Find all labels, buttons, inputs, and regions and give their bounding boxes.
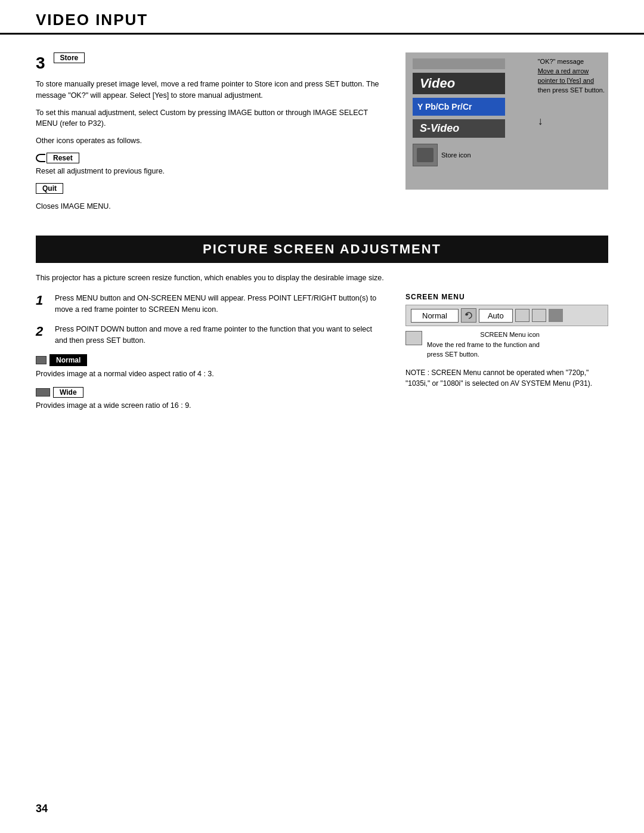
psa-step1: 1 Press MENU button and ON-SCREEN MENU w…: [36, 293, 382, 315]
normal-desc: Provides image at a normal video aspect …: [36, 368, 382, 380]
step3-text3: Other icons operates as follows.: [36, 135, 382, 147]
psa-step2: 2 Press POINT DOWN button and move a red…: [36, 324, 382, 346]
store-icon-label: Store icon: [441, 151, 471, 159]
normal-option-row: Normal: [36, 354, 382, 366]
psa-step1-text: Press MENU button and ON-SCREEN MENU wil…: [55, 293, 382, 315]
psa-right: SCREEN MENU Normal Auto SCREEN Menu icon: [405, 293, 608, 417]
quit-row: Quit: [36, 183, 382, 199]
step3-left: 3 Store To store manually preset image l…: [36, 52, 382, 218]
psa-step1-number: 1: [36, 293, 49, 315]
screen-icon-btn4: [549, 309, 563, 322]
screen-sub-icon: [405, 331, 422, 345]
move-desc-text: Move a red arrow: [538, 67, 605, 76]
page-title: VIDEO INPUT: [36, 11, 608, 29]
wide-button-label: Wide: [53, 387, 83, 398]
ypbcb-menu-item: Y Pb/Cb Pr/Cr: [413, 98, 505, 116]
screen-auto-btn: Auto: [479, 309, 513, 323]
step3-text1: To store manually preset image level, mo…: [36, 79, 382, 101]
psa-intro: This projector has a picture screen resi…: [36, 274, 608, 282]
page-number: 34: [36, 803, 48, 815]
psa-header: PICTURE SCREEN ADJUSTMENT: [36, 236, 608, 263]
screen-sub-row: SCREEN Menu icon Move the red frame to t…: [405, 331, 608, 359]
refresh-icon: [465, 312, 473, 319]
step3-section: 3 Store To store manually preset image l…: [36, 52, 608, 218]
psa-step2-number: 2: [36, 324, 49, 346]
quit-desc: Closes IMAGE MENU.: [36, 201, 382, 212]
top-bar: [413, 58, 505, 69]
reset-desc: Reset all adjustment to previous figure.: [36, 166, 382, 177]
down-arrow: ↓: [538, 113, 605, 129]
reset-button-label: Reset: [47, 153, 79, 163]
psa-left: 1 Press MENU button and ON-SCREEN MENU w…: [36, 293, 382, 417]
store-button-label: Store: [54, 52, 85, 63]
store-icon-box: [413, 144, 438, 166]
normal-icon: [36, 356, 47, 364]
store-icon-inner: [417, 148, 434, 162]
wide-desc: Provides image at a wide screen ratio of…: [36, 400, 382, 411]
move-underline: Move a red arrow: [538, 67, 589, 75]
page-header: VIDEO INPUT: [0, 0, 644, 35]
step3-annotations: "OK?" message Move a red arrow pointer t…: [538, 57, 605, 129]
screen-icon-label: SCREEN Menu icon: [427, 331, 540, 338]
store-icon-area: Store icon: [413, 144, 601, 166]
svideo-menu-item: S-Video: [413, 119, 505, 138]
step3-right: Video Y Pb/Cb Pr/Cr S-Video Store icon "…: [405, 52, 608, 218]
screen-icon-btn3: [532, 309, 546, 322]
screen-move-desc: Move the red frame to the function and p…: [427, 340, 540, 359]
normal-button-label: Normal: [49, 354, 87, 366]
main-content: 3 Store To store manually preset image l…: [0, 35, 644, 441]
psa-note: NOTE : SCREEN Menu cannot be operated wh…: [405, 367, 608, 389]
ok-message-text: "OK?" message: [538, 57, 605, 67]
video-menu-item: Video: [413, 73, 505, 94]
pointer-desc-text: pointer to [Yes] and: [538, 76, 605, 86]
screen-menu-bar: Normal Auto: [405, 305, 608, 326]
step3-number: 3: [36, 54, 45, 73]
screen-menu-label: SCREEN MENU: [405, 293, 608, 301]
screen-normal-btn: Normal: [411, 309, 459, 323]
quit-button-label: Quit: [36, 183, 63, 194]
psa-body: 1 Press MENU button and ON-SCREEN MENU w…: [36, 293, 608, 417]
screen-icon-btn1: [461, 308, 476, 323]
step3-image-panel: Video Y Pb/Cb Pr/Cr S-Video Store icon "…: [405, 52, 608, 190]
screen-icon-annotation: SCREEN Menu icon Move the red frame to t…: [427, 331, 540, 359]
screen-icon-btn2: [515, 309, 530, 322]
wide-option-row: Wide: [36, 387, 382, 398]
reset-row: Reset: [36, 153, 382, 163]
pointer-underline: pointer to [Yes] and: [538, 77, 594, 84]
wide-icon: [36, 388, 50, 397]
reset-icon: [36, 154, 45, 162]
then-desc-text: then press SET button.: [538, 86, 605, 95]
psa-step2-text: Press POINT DOWN button and move a red f…: [55, 324, 382, 346]
step3-text2: To set this manual adjustment, select Cu…: [36, 107, 382, 130]
